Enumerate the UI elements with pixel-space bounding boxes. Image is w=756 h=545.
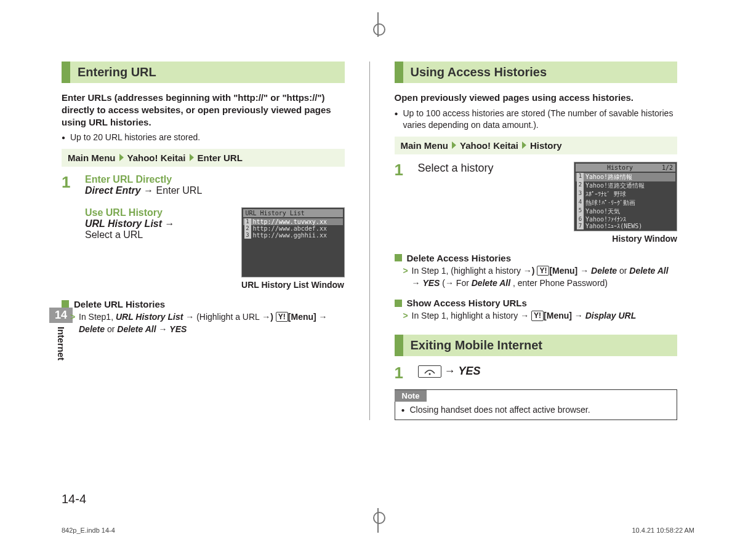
substep-delete-url: In Step1, URL History List → (Highlight … <box>62 311 345 336</box>
menu-path-1: Yahoo! Keitai <box>127 153 186 163</box>
enter-url-text: Enter URL <box>156 185 203 196</box>
direct-entry-label: Direct Entry <box>85 185 141 196</box>
substep-show-urls: In Step 1, highlight a history → Y![Menu… <box>395 309 678 322</box>
menu-key-icon: Y! <box>276 312 288 322</box>
svg-point-0 <box>428 373 430 375</box>
column-separator <box>369 62 370 420</box>
arrow-icon <box>522 141 526 149</box>
left-column: Entering URL Enter URLs (addresses begin… <box>62 62 345 420</box>
menu-root: Main Menu <box>68 153 116 163</box>
phone-row: http://www.gghhii.xx <box>253 232 327 239</box>
arrow-icon: → <box>165 218 175 229</box>
arrow-icon <box>452 141 456 149</box>
section-heading-exiting: Exiting Mobile Internet <box>395 335 678 356</box>
screenshot-caption: URL History List Window <box>241 280 345 290</box>
menu-key-icon: Y! <box>537 266 549 276</box>
note-box: Note Closing handset does not affect act… <box>395 389 678 421</box>
intro-text: Open previously viewed pages using acces… <box>395 92 678 104</box>
note-label: Note <box>395 390 427 402</box>
select-url-text: Select a URL <box>85 229 235 241</box>
select-history-text: Select a history <box>418 162 568 175</box>
phone-screenshot-url-history: URL History List 1http://www.tuvwxy.xx 2… <box>241 207 345 277</box>
step-exit: 1 → YES <box>395 365 678 381</box>
phone-row: Yahoo!ﾆｭｰｽ(NEWS) <box>585 223 642 229</box>
phone-row: Yahoo!ﾌｧｲﾅﾝｽ <box>585 216 626 223</box>
print-footer: 842p_E.indb 14-4 10.4.21 10:58:22 AM <box>62 527 694 534</box>
phone-screenshot-history: History 1/2 1Yahoo!路線情報 2Yahoo!道路交通情報 3ｽ… <box>574 162 677 231</box>
subsection-delete-access-histories: Delete Access Histories <box>395 253 678 263</box>
phone-row: Yahoo!天気 <box>585 207 620 216</box>
phone-row: http://www.tuvwxy.xx <box>253 218 327 225</box>
phone-row: ｽﾎﾟｰﾂﾅﾋﾞ 野球 <box>585 190 626 199</box>
subsection-show-history-urls: Show Access History URLs <box>395 298 678 308</box>
substep-delete-histories: In Step 1, (highlight a history →) Y![Me… <box>395 265 678 290</box>
step-number: 1 <box>395 162 409 244</box>
section-heading-entering-url: Entering URL <box>62 62 345 83</box>
arrow-icon <box>119 154 124 161</box>
url-history-list-label: URL History List <box>85 218 162 229</box>
menu-path: Main Menu Yahoo! Keitai Enter URL <box>62 149 345 167</box>
step-number: 1 <box>62 174 76 290</box>
square-bullet-icon <box>62 300 69 308</box>
step-1: 1 Select a history History 1/2 1Yahoo!路線… <box>395 162 678 244</box>
subhead-use-history: Use URL History <box>85 207 235 218</box>
end-call-key-icon <box>418 365 441 378</box>
phone-page-indicator: 1/2 <box>662 164 673 171</box>
menu-path-2: Enter URL <box>198 153 243 163</box>
screenshot-caption: History Window <box>574 234 677 244</box>
menu-path: Main Menu Yahoo! Keitai History <box>395 137 678 154</box>
phone-row: Yahoo!道路交通情報 <box>585 181 645 190</box>
intro-text: Enter URLs (addresses beginning with "ht… <box>62 92 345 128</box>
footer-right: 10.4.21 10:58:22 AM <box>632 527 694 534</box>
step-1: 1 Enter URL Directly Direct Entry → Ente… <box>62 174 345 290</box>
subhead-enter-directly: Enter URL Directly <box>85 174 345 185</box>
menu-key-icon: Y! <box>531 311 544 320</box>
phone-row: Yahoo!路線情報 <box>585 173 632 181</box>
note-bullet: Up to 100 access histories are stored (T… <box>395 108 678 132</box>
section-heading-access-histories: Using Access Histories <box>395 62 678 83</box>
step-number: 1 <box>395 365 409 381</box>
note-bullet: Up to 20 URL histories are stored. <box>62 132 345 144</box>
page-number: 14-4 <box>62 492 86 506</box>
phone-row: http://www.abcdef.xx <box>253 225 327 232</box>
subsection-delete-url-histories: Delete URL Histories <box>62 299 345 309</box>
square-bullet-icon <box>395 254 402 261</box>
footer-left: 842p_E.indb 14-4 <box>62 527 115 534</box>
phone-title: URL History List <box>246 210 305 217</box>
note-text: Closing handset does not affect active b… <box>401 404 671 416</box>
arrow-icon <box>190 154 194 161</box>
phone-title: History <box>607 164 633 171</box>
phone-row: 熱球!ﾊﾟ･ﾘｰｸﾞ動画 <box>585 199 635 207</box>
arrow-icon: → <box>143 185 153 196</box>
right-column: Using Access Histories Open previously v… <box>395 62 678 420</box>
square-bullet-icon <box>395 300 402 307</box>
crop-mark-top <box>372 12 384 37</box>
